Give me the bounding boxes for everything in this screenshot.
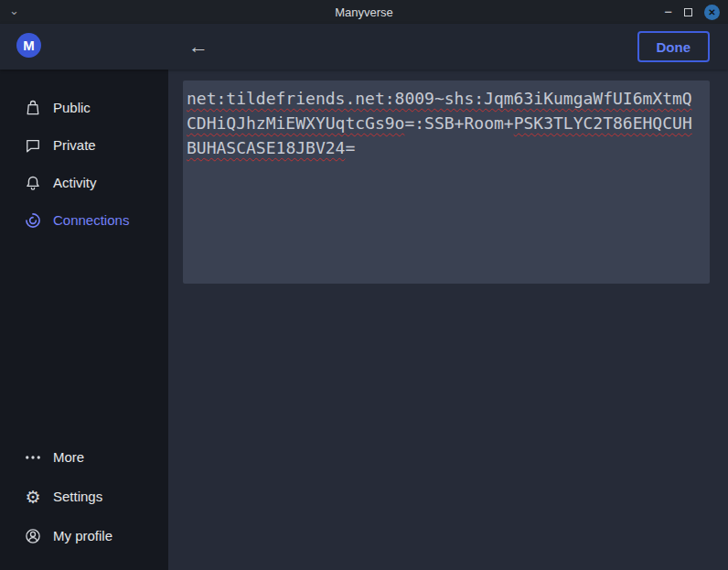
sidebar-item-settings[interactable]: ⚙ Settings [0, 477, 168, 516]
sidebar-item-my-profile[interactable]: My profile [0, 516, 168, 555]
close-button[interactable]: ✕ [704, 5, 720, 20]
connections-swirl-icon [24, 211, 42, 230]
window-controls: − ✕ [664, 0, 720, 24]
window-title: Manyverse [0, 5, 728, 19]
invite-text-segment: HASCASE18JBV24 [207, 138, 346, 157]
settings-gear-icon: ⚙ [24, 488, 42, 506]
window-titlebar: ⌄ Manyverse − ✕ [0, 0, 728, 24]
public-icon [24, 99, 42, 117]
minimize-button[interactable]: − [664, 1, 672, 23]
manyverse-logo: M [16, 33, 41, 58]
invite-text-segment: =: [404, 113, 424, 133]
sidebar-item-label: Settings [53, 489, 102, 504]
sidebar-item-label: Activity [53, 175, 97, 190]
app-header: M ← Done [0, 24, 728, 70]
profile-icon [24, 527, 42, 545]
invite-code-input[interactable]: net:tildefriends.net:8009~shs:Jqm63iKumg… [183, 81, 710, 284]
sidebar-item-connections[interactable]: Connections [0, 201, 168, 239]
sidebar-item-public[interactable]: Public [0, 89, 168, 126]
invite-text-segment: = [345, 138, 355, 157]
sidebar-item-label: Public [53, 100, 91, 115]
sidebar-item-more[interactable]: More [0, 437, 168, 477]
sidebar-tabs: Public Private Activity [0, 70, 168, 239]
sidebar-item-label: More [53, 449, 84, 465]
restore-button[interactable] [684, 8, 692, 16]
activity-bell-icon [24, 174, 42, 192]
sidebar-item-label: My profile [53, 528, 112, 543]
back-arrow-icon[interactable]: ← [184, 32, 213, 61]
sidebar-footer: More ⚙ Settings My profile [0, 437, 168, 555]
sidebar-item-activity[interactable]: Activity [0, 164, 168, 201]
sidebar: Public Private Activity [0, 70, 168, 570]
more-dots-icon [24, 448, 42, 467]
invite-text-segment: SSB+Room+ [424, 113, 514, 133]
sidebar-item-private[interactable]: Private [0, 126, 168, 164]
done-button[interactable]: Done [637, 31, 711, 62]
sidebar-item-label: Private [53, 137, 96, 153]
sidebar-item-label: Connections [53, 212, 129, 228]
private-icon [24, 136, 42, 155]
